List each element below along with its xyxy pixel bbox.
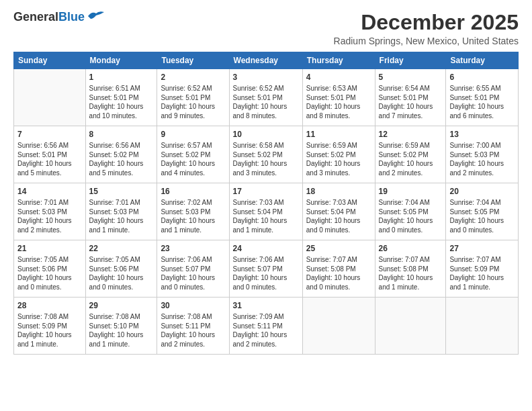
calendar-cell: 21Sunrise: 7:05 AMSunset: 5:06 PMDayligh… xyxy=(14,240,86,298)
calendar-cell: 1Sunrise: 6:51 AMSunset: 5:01 PMDaylight… xyxy=(85,69,157,126)
calendar-cell: 7Sunrise: 6:56 AMSunset: 5:01 PMDaylight… xyxy=(14,126,86,183)
day-number: 29 xyxy=(89,300,154,311)
cell-info: Sunrise: 6:58 AMSunset: 5:02 PMDaylight:… xyxy=(233,142,287,177)
day-number: 19 xyxy=(379,186,443,197)
page: GeneralBlue December 2025 Radium Springs… xyxy=(0,0,532,411)
calendar-cell: 6Sunrise: 6:55 AMSunset: 5:01 PMDaylight… xyxy=(446,69,519,126)
day-number: 3 xyxy=(233,72,299,83)
logo-bird-icon xyxy=(87,9,105,21)
cell-info: Sunrise: 6:59 AMSunset: 5:02 PMDaylight:… xyxy=(379,142,433,177)
day-number: 5 xyxy=(379,72,443,83)
day-number: 9 xyxy=(161,129,225,140)
day-number: 6 xyxy=(449,72,515,83)
cell-info: Sunrise: 7:03 AMSunset: 5:04 PMDaylight:… xyxy=(233,199,287,234)
header-thursday: Thursday xyxy=(302,52,375,69)
calendar-cell: 30Sunrise: 7:08 AMSunset: 5:11 PMDayligh… xyxy=(157,298,229,355)
calendar-cell: 26Sunrise: 7:07 AMSunset: 5:08 PMDayligh… xyxy=(375,240,446,298)
cell-info: Sunrise: 6:54 AMSunset: 5:01 PMDaylight:… xyxy=(379,85,433,120)
cell-info: Sunrise: 6:51 AMSunset: 5:01 PMDaylight:… xyxy=(89,85,144,120)
cell-info: Sunrise: 6:55 AMSunset: 5:01 PMDaylight:… xyxy=(449,85,504,120)
calendar-table: Sunday Monday Tuesday Wednesday Thursday… xyxy=(13,52,519,355)
day-number: 13 xyxy=(449,129,515,140)
day-number: 30 xyxy=(161,300,225,311)
day-number: 4 xyxy=(306,72,371,83)
title-block: December 2025 Radium Springs, New Mexico… xyxy=(334,11,519,46)
calendar-cell xyxy=(302,298,375,355)
day-number: 20 xyxy=(449,186,515,197)
cell-info: Sunrise: 6:57 AMSunset: 5:02 PMDaylight:… xyxy=(161,142,215,177)
calendar-cell: 25Sunrise: 7:07 AMSunset: 5:08 PMDayligh… xyxy=(302,240,375,298)
day-number: 15 xyxy=(89,186,154,197)
calendar-cell: 9Sunrise: 6:57 AMSunset: 5:02 PMDaylight… xyxy=(157,126,229,183)
calendar-header-row: Sunday Monday Tuesday Wednesday Thursday… xyxy=(14,52,519,69)
day-number: 12 xyxy=(379,129,443,140)
cell-info: Sunrise: 7:03 AMSunset: 5:04 PMDaylight:… xyxy=(306,199,361,234)
cell-info: Sunrise: 7:08 AMSunset: 5:11 PMDaylight:… xyxy=(161,313,215,348)
week-row-4: 21Sunrise: 7:05 AMSunset: 5:06 PMDayligh… xyxy=(14,240,519,298)
calendar-cell xyxy=(446,298,519,355)
calendar-cell: 24Sunrise: 7:06 AMSunset: 5:07 PMDayligh… xyxy=(229,240,302,298)
calendar-cell: 19Sunrise: 7:04 AMSunset: 5:05 PMDayligh… xyxy=(375,183,446,240)
day-number: 10 xyxy=(233,129,299,140)
week-row-5: 28Sunrise: 7:08 AMSunset: 5:09 PMDayligh… xyxy=(14,298,519,355)
cell-info: Sunrise: 6:56 AMSunset: 5:01 PMDaylight:… xyxy=(17,142,72,177)
cell-info: Sunrise: 7:07 AMSunset: 5:08 PMDaylight:… xyxy=(379,256,433,291)
header: GeneralBlue December 2025 Radium Springs… xyxy=(13,11,519,46)
logo-blue: Blue xyxy=(58,10,85,24)
calendar-cell: 10Sunrise: 6:58 AMSunset: 5:02 PMDayligh… xyxy=(229,126,302,183)
week-row-1: 1Sunrise: 6:51 AMSunset: 5:01 PMDaylight… xyxy=(14,69,519,126)
day-number: 27 xyxy=(449,243,515,254)
calendar-cell: 3Sunrise: 6:52 AMSunset: 5:01 PMDaylight… xyxy=(229,69,302,126)
cell-info: Sunrise: 7:04 AMSunset: 5:05 PMDaylight:… xyxy=(449,199,504,234)
calendar-cell: 12Sunrise: 6:59 AMSunset: 5:02 PMDayligh… xyxy=(375,126,446,183)
header-monday: Monday xyxy=(85,52,157,69)
cell-info: Sunrise: 7:06 AMSunset: 5:07 PMDaylight:… xyxy=(233,256,287,291)
header-friday: Friday xyxy=(375,52,446,69)
week-row-3: 14Sunrise: 7:01 AMSunset: 5:03 PMDayligh… xyxy=(14,183,519,240)
cell-info: Sunrise: 7:06 AMSunset: 5:07 PMDaylight:… xyxy=(161,256,215,291)
header-tuesday: Tuesday xyxy=(157,52,229,69)
logo: GeneralBlue xyxy=(13,11,105,24)
day-number: 22 xyxy=(89,243,154,254)
cell-info: Sunrise: 6:56 AMSunset: 5:02 PMDaylight:… xyxy=(89,142,144,177)
cell-info: Sunrise: 7:07 AMSunset: 5:08 PMDaylight:… xyxy=(306,256,361,291)
calendar-cell: 11Sunrise: 6:59 AMSunset: 5:02 PMDayligh… xyxy=(302,126,375,183)
calendar-cell: 13Sunrise: 7:00 AMSunset: 5:03 PMDayligh… xyxy=(446,126,519,183)
header-sunday: Sunday xyxy=(14,52,86,69)
month-title: December 2025 xyxy=(334,11,519,34)
cell-info: Sunrise: 6:53 AMSunset: 5:01 PMDaylight:… xyxy=(306,85,361,120)
day-number: 25 xyxy=(306,243,371,254)
cell-info: Sunrise: 7:05 AMSunset: 5:06 PMDaylight:… xyxy=(17,256,72,291)
calendar-cell: 17Sunrise: 7:03 AMSunset: 5:04 PMDayligh… xyxy=(229,183,302,240)
calendar-cell: 29Sunrise: 7:08 AMSunset: 5:10 PMDayligh… xyxy=(85,298,157,355)
day-number: 11 xyxy=(306,129,371,140)
cell-info: Sunrise: 7:01 AMSunset: 5:03 PMDaylight:… xyxy=(89,199,144,234)
cell-info: Sunrise: 7:05 AMSunset: 5:06 PMDaylight:… xyxy=(89,256,144,291)
day-number: 7 xyxy=(17,129,82,140)
location: Radium Springs, New Mexico, United State… xyxy=(334,36,519,46)
cell-info: Sunrise: 6:52 AMSunset: 5:01 PMDaylight:… xyxy=(233,85,287,120)
calendar-cell: 2Sunrise: 6:52 AMSunset: 5:01 PMDaylight… xyxy=(157,69,229,126)
header-saturday: Saturday xyxy=(446,52,519,69)
cell-info: Sunrise: 6:52 AMSunset: 5:01 PMDaylight:… xyxy=(161,85,215,120)
calendar-cell: 27Sunrise: 7:07 AMSunset: 5:09 PMDayligh… xyxy=(446,240,519,298)
calendar-cell: 20Sunrise: 7:04 AMSunset: 5:05 PMDayligh… xyxy=(446,183,519,240)
logo-general: General xyxy=(13,10,58,24)
cell-info: Sunrise: 7:08 AMSunset: 5:09 PMDaylight:… xyxy=(17,313,72,348)
day-number: 8 xyxy=(89,129,154,140)
day-number: 16 xyxy=(161,186,225,197)
calendar-cell: 16Sunrise: 7:02 AMSunset: 5:03 PMDayligh… xyxy=(157,183,229,240)
cell-info: Sunrise: 7:07 AMSunset: 5:09 PMDaylight:… xyxy=(449,256,504,291)
day-number: 17 xyxy=(233,186,299,197)
calendar-cell: 15Sunrise: 7:01 AMSunset: 5:03 PMDayligh… xyxy=(85,183,157,240)
calendar-cell: 28Sunrise: 7:08 AMSunset: 5:09 PMDayligh… xyxy=(14,298,86,355)
day-number: 23 xyxy=(161,243,225,254)
calendar-cell: 14Sunrise: 7:01 AMSunset: 5:03 PMDayligh… xyxy=(14,183,86,240)
day-number: 24 xyxy=(233,243,299,254)
cell-info: Sunrise: 7:04 AMSunset: 5:05 PMDaylight:… xyxy=(379,199,433,234)
cell-info: Sunrise: 7:00 AMSunset: 5:03 PMDaylight:… xyxy=(449,142,504,177)
calendar-cell: 22Sunrise: 7:05 AMSunset: 5:06 PMDayligh… xyxy=(85,240,157,298)
cell-info: Sunrise: 7:01 AMSunset: 5:03 PMDaylight:… xyxy=(17,199,72,234)
header-wednesday: Wednesday xyxy=(229,52,302,69)
calendar-cell: 8Sunrise: 6:56 AMSunset: 5:02 PMDaylight… xyxy=(85,126,157,183)
